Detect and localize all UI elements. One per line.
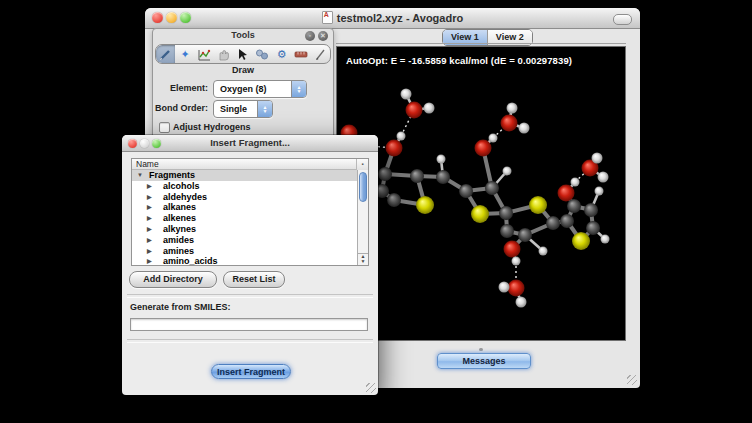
smiles-label: Generate from SMILES: bbox=[130, 302, 231, 312]
auto-rotate-tool-icon[interactable] bbox=[195, 45, 214, 63]
manipulate-tool-icon[interactable] bbox=[214, 45, 233, 63]
autoopt-status-text: AutoOpt: E = -16.5859 kcal/mol (dE = 0.0… bbox=[346, 55, 572, 66]
disclosure-closed-icon[interactable]: ▶ bbox=[147, 181, 152, 192]
tree-item[interactable]: ▶ amines bbox=[132, 246, 357, 257]
toolbar-toggle-button[interactable] bbox=[613, 14, 632, 25]
window-title: testmol2.xyz - Avogadro bbox=[145, 11, 640, 24]
selection-tool-icon[interactable] bbox=[233, 45, 252, 63]
tree-item[interactable]: ▶ aldehydes bbox=[132, 192, 357, 203]
main-titlebar[interactable]: testmol2.xyz - Avogadro bbox=[145, 8, 640, 29]
gl-viewport[interactable]: AutoOpt: E = -16.5859 kcal/mol (dE = 0.0… bbox=[336, 46, 626, 341]
reset-list-button[interactable]: Reset List bbox=[223, 271, 285, 288]
adjust-hydrogens-checkbox[interactable] bbox=[159, 122, 170, 133]
fragment-tree: Name ▪ ▼ Fragments ▶ alcohols bbox=[131, 158, 369, 266]
bond-order-label: Bond Order: bbox=[153, 103, 208, 113]
disclosure-closed-icon[interactable]: ▶ bbox=[147, 192, 152, 203]
document-icon bbox=[322, 11, 333, 24]
tree-item[interactable]: ▶ amino_acids bbox=[132, 256, 357, 265]
disclosure-closed-icon[interactable]: ▶ bbox=[147, 246, 152, 257]
smiles-input[interactable] bbox=[130, 318, 368, 331]
insert-fragment-dialog: Insert Fragment... Name ▪ ▼ Fragments ▶ … bbox=[122, 135, 378, 395]
messages-button[interactable]: Messages bbox=[437, 353, 531, 369]
auto-optimize-tool-icon[interactable]: ⚙ bbox=[272, 45, 291, 63]
navigate-tool-icon[interactable]: ✦ bbox=[175, 45, 194, 63]
separator bbox=[127, 294, 373, 298]
tabpane-border bbox=[336, 43, 626, 44]
combo-stepper-icon: ▲▼ bbox=[291, 81, 306, 97]
tree-item[interactable]: ▶ alkenes bbox=[132, 213, 357, 224]
element-label: Element: bbox=[153, 83, 208, 93]
tree-item[interactable]: ▶ alcohols bbox=[132, 181, 357, 192]
element-select[interactable]: Oxygen (8) ▲▼ bbox=[213, 80, 307, 98]
bond-centric-tool-icon[interactable] bbox=[253, 45, 272, 63]
disclosure-closed-icon[interactable]: ▶ bbox=[147, 235, 152, 246]
disclosure-closed-icon[interactable]: ▶ bbox=[147, 202, 152, 213]
tree-item[interactable]: ▶ alkanes bbox=[132, 202, 357, 213]
disclosure-closed-icon[interactable]: ▶ bbox=[147, 213, 152, 224]
dock-float-button[interactable]: ◦ bbox=[305, 31, 315, 41]
splitter-handle[interactable] bbox=[479, 348, 483, 351]
insert-fragment-button[interactable]: Insert Fragment bbox=[211, 364, 291, 379]
dock-close-button[interactable]: ✕ bbox=[318, 31, 328, 41]
scrollbar-arrows-icon[interactable]: ▲▼ bbox=[358, 253, 368, 265]
tree-header-name[interactable]: Name bbox=[132, 159, 368, 170]
window-resize-grip[interactable] bbox=[627, 375, 637, 385]
separator bbox=[127, 339, 373, 343]
disclosure-closed-icon[interactable]: ▶ bbox=[147, 224, 152, 235]
tree-item[interactable]: ▶ amides bbox=[132, 235, 357, 246]
tree-item[interactable]: ▶ alkynes bbox=[132, 224, 357, 235]
tool-section-label: Draw bbox=[153, 65, 333, 75]
dialog-resize-grip[interactable] bbox=[366, 383, 376, 393]
dialog-titlebar[interactable]: Insert Fragment... bbox=[122, 135, 378, 152]
add-directory-button[interactable]: Add Directory bbox=[129, 271, 217, 288]
measure-tool-icon[interactable] bbox=[291, 45, 310, 63]
header-corner-icon: ▪ bbox=[356, 159, 368, 170]
desktop: testmol2.xyz - Avogadro View 1 View 2 Au… bbox=[0, 0, 752, 423]
tool-selector-toolbar: ✦ ⚙ bbox=[155, 44, 331, 64]
dialog-title: Insert Fragment... bbox=[122, 137, 378, 148]
scrollbar-thumb[interactable] bbox=[359, 172, 367, 202]
draw-tool-icon[interactable] bbox=[156, 45, 175, 63]
bond-order-select[interactable]: Single ▲▼ bbox=[213, 100, 273, 118]
align-tool-icon[interactable] bbox=[311, 45, 330, 63]
list-scrollbar[interactable]: ▲▼ bbox=[357, 170, 368, 265]
adjust-hydrogens-label: Adjust Hydrogens bbox=[173, 122, 251, 132]
disclosure-open-icon[interactable]: ▼ bbox=[137, 170, 143, 181]
combo-stepper-icon: ▲▼ bbox=[257, 101, 272, 117]
disclosure-closed-icon[interactable]: ▶ bbox=[147, 256, 152, 265]
molecule-render bbox=[337, 47, 625, 340]
tree-item-fragments[interactable]: ▼ Fragments bbox=[132, 170, 357, 181]
